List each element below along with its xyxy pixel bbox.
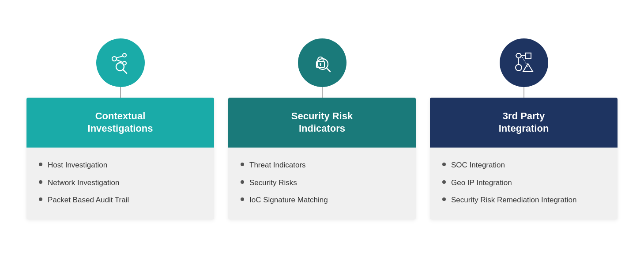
card-security-risk: Security Risk Indicators Threat Indicato… [228,38,416,220]
card-integration-box: 3rd Party Integration SOC Integration Ge… [430,98,618,220]
bullet-icon [241,163,244,166]
icon-circle-security [298,38,346,87]
svg-point-8 [320,63,321,65]
bullet-icon [241,180,244,184]
list-integration: SOC Integration Geo IP Integration Secur… [442,160,605,205]
list-item: SOC Integration [442,160,605,171]
bullet-icon [241,197,244,201]
connector-line-1 [120,87,121,98]
bullet-icon [442,197,446,201]
card-title-integration: 3rd Party Integration [441,110,607,135]
list-item: IoC Signature Matching [241,195,403,205]
svg-point-14 [516,64,522,71]
list-contextual: Host Investigation Network Investigation… [39,160,202,205]
card-security-box: Security Risk Indicators Threat Indicato… [228,98,416,220]
bullet-icon [39,180,42,184]
connector-line-2 [322,87,323,98]
card-contextual-box: Contextual Investigations Host Investiga… [26,98,214,220]
main-container: Contextual Investigations Host Investiga… [0,25,644,233]
card-title-contextual: Contextual Investigations [37,110,203,135]
card-body-security: Threat Indicators Security Risks IoC Sig… [228,148,416,220]
list-item: Geo IP Integration [442,178,605,188]
svg-marker-15 [523,64,533,72]
card-third-party: 3rd Party Integration SOC Integration Ge… [430,38,618,220]
icon-circle-contextual [96,38,145,87]
list-item: Network Investigation [39,178,202,188]
bullet-icon [39,163,42,166]
connector-line-3 [523,87,524,98]
card-header-integration: 3rd Party Integration [430,98,618,148]
svg-line-18 [521,56,528,67]
card-body-contextual: Host Investigation Network Investigation… [26,148,214,220]
bullet-icon [442,163,446,166]
list-item: Security Risks [241,178,403,188]
list-security: Threat Indicators Security Risks IoC Sig… [241,160,403,205]
svg-point-0 [112,57,117,61]
svg-line-6 [123,69,127,73]
svg-line-3 [116,56,123,58]
svg-rect-13 [525,53,531,59]
list-item: Host Investigation [39,160,202,171]
list-item: Security Risk Remediation Integration [442,195,605,205]
bullet-icon [442,180,446,184]
card-body-integration: SOC Integration Geo IP Integration Secur… [430,148,618,220]
bullet-icon [39,197,42,201]
card-contextual: Contextual Investigations Host Investiga… [26,38,214,220]
svg-line-4 [116,60,123,62]
card-header-security: Security Risk Indicators [228,98,416,148]
integration-icon [511,50,537,76]
list-item: Threat Indicators [241,160,403,171]
icon-circle-integration [500,38,548,87]
lock-search-icon [309,50,335,76]
card-header-contextual: Contextual Investigations [26,98,214,148]
card-title-security: Security Risk Indicators [239,110,405,135]
svg-marker-12 [516,53,521,58]
list-item: Packet Based Audit Trail [39,195,202,205]
network-search-icon [108,50,133,76]
svg-line-11 [327,68,330,72]
svg-point-1 [123,53,126,57]
